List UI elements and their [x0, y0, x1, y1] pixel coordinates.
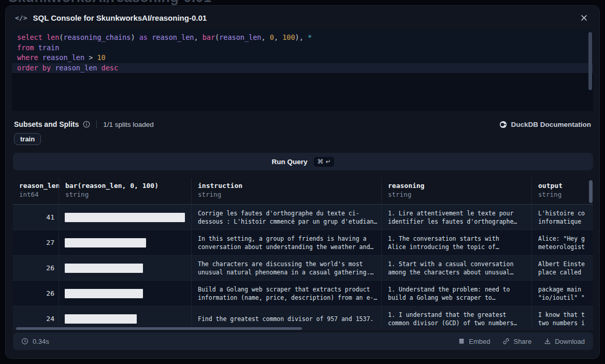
- footer-actions: Embed Share Download: [458, 338, 585, 345]
- query-duration: 0.34s: [21, 338, 49, 345]
- subsets-splits-label: Subsets and Splits: [14, 120, 79, 128]
- vertical-divider: [96, 120, 97, 128]
- sql-line-2: from train: [12, 43, 593, 53]
- bar-visualization: [65, 314, 137, 324]
- cell-reason-len: 41: [13, 205, 59, 229]
- cell-bar: [59, 281, 191, 306]
- share-button[interactable]: Share: [502, 338, 531, 345]
- subsets-splits-row: Subsets and Splits 1/1 splits loaded Duc…: [14, 119, 591, 130]
- download-icon: [544, 338, 551, 345]
- duckdb-docs-link[interactable]: DuckDB Documentation: [499, 121, 591, 128]
- cell-reasoning: 1. Start with a casual conversation amon…: [381, 256, 531, 280]
- clock-icon: [21, 338, 28, 345]
- code-icon: </>: [15, 14, 27, 22]
- close-button[interactable]: [578, 12, 590, 24]
- table-row: 41 Corrige les fautes d'orthographe du t…: [13, 205, 593, 230]
- cell-bar: [59, 230, 191, 255]
- table-header: reason_len int64 bar(reason_len, 0, 100)…: [13, 178, 593, 205]
- embed-icon: [458, 338, 465, 345]
- cell-instruction: The characters are discussing the world'…: [191, 256, 381, 280]
- modal-header: </> SQL Console for SkunkworksAI/reasoni…: [6, 6, 599, 30]
- download-button[interactable]: Download: [544, 338, 585, 345]
- close-icon: [580, 14, 588, 22]
- cell-output: L'histoire co informatique: [531, 205, 593, 229]
- cell-output: Albert Einste place called: [531, 256, 593, 280]
- cell-reasoning: 1. Lire attentivement le texte pour iden…: [381, 205, 531, 229]
- run-query-label: Run Query: [272, 158, 308, 166]
- download-label: Download: [555, 338, 585, 345]
- cell-instruction: In this setting, a group of friends is h…: [191, 230, 381, 255]
- bar-visualization: [65, 289, 143, 298]
- sql-editor[interactable]: select len(reasoning_chains) as reason_l…: [12, 30, 593, 111]
- scrollbar-thumb[interactable]: [16, 327, 302, 330]
- sql-line-4-active: order by reason_len desc: [12, 63, 593, 74]
- bar-visualization: [65, 213, 185, 222]
- cell-instruction: Build a Golang web scraper that extracts…: [191, 281, 381, 306]
- embed-label: Embed: [469, 338, 490, 345]
- cell-output: Alice: "Hey g meteorologist: [531, 230, 593, 255]
- table-vertical-scrollbar[interactable]: [589, 180, 593, 203]
- splits-loaded-status: 1/1 splits loaded: [103, 121, 154, 128]
- cell-bar: [59, 205, 191, 229]
- cell-reason-len: 26: [13, 256, 59, 280]
- column-header-instruction[interactable]: instruction string: [191, 178, 381, 204]
- column-header-output[interactable]: output string: [531, 178, 593, 204]
- cell-reasoning: 1. The conversation starts with Alice in…: [381, 230, 531, 255]
- column-header-reasoning[interactable]: reasoning string: [381, 178, 531, 204]
- shortcut-badge: ⌘ ↵: [314, 157, 335, 167]
- column-header-reason-len[interactable]: reason_len int64: [13, 178, 59, 204]
- duckdb-docs-label: DuckDB Documentation: [511, 121, 591, 128]
- query-duration-value: 0.34s: [33, 338, 49, 345]
- cell-reason-len: 26: [13, 281, 59, 306]
- link-icon: [502, 338, 510, 345]
- cell-instruction: Corrige les fautes d'orthographe du text…: [191, 205, 381, 229]
- duckdb-icon: [499, 121, 507, 128]
- table-row: 26 The characters are discussing the wor…: [13, 255, 593, 281]
- cell-reason-len: 27: [13, 230, 59, 255]
- table-row: 27 In this setting, a group of friends i…: [13, 230, 593, 255]
- share-label: Share: [513, 338, 531, 345]
- bar-visualization: [65, 264, 143, 273]
- cell-reasoning: 1. Understand the problem: need to build…: [381, 281, 531, 306]
- split-chip-train[interactable]: train: [14, 133, 41, 145]
- table-horizontal-scrollbar[interactable]: [13, 327, 593, 330]
- sql-line-3: where reason_len > 10: [12, 53, 593, 63]
- embed-button[interactable]: Embed: [458, 338, 490, 345]
- run-query-button[interactable]: Run Query ⌘ ↵: [13, 153, 593, 170]
- results-table: reason_len int64 bar(reason_len, 0, 100)…: [13, 178, 593, 330]
- column-header-bar[interactable]: bar(reason_len, 0, 100) string: [59, 178, 191, 204]
- bar-visualization: [65, 238, 146, 247]
- editor-scrollbar[interactable]: [588, 32, 592, 90]
- cell-output: package main "io/ioutil" ": [531, 281, 593, 306]
- sql-line-1: select len(reasoning_chains) as reason_l…: [12, 33, 593, 43]
- footer-bar: 0.34s Embed Share Download: [13, 332, 593, 350]
- sql-console-modal: </> SQL Console for SkunkworksAI/reasoni…: [5, 5, 600, 359]
- info-icon[interactable]: [83, 121, 90, 128]
- sql-code-area: select len(reasoning_chains) as reason_l…: [12, 30, 593, 73]
- cell-bar: [59, 256, 191, 280]
- modal-title: SQL Console for SkunkworksAI/reasoning-0…: [33, 13, 207, 22]
- screen: { "backdrop": { "page_heading": "Skunkwo…: [0, 0, 605, 364]
- table-row: 26 Build a Golang web scraper that extra…: [13, 281, 593, 306]
